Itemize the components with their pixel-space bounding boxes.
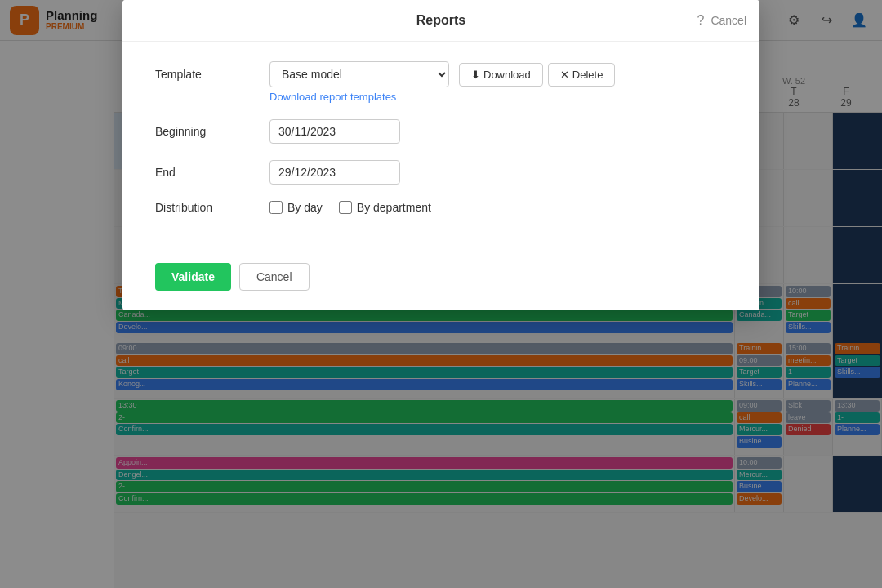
modal-footer: Validate Cancel xyxy=(122,250,760,310)
download-templates-link[interactable]: Download report templates xyxy=(270,91,727,103)
distribution-label: Distribution xyxy=(155,201,270,214)
end-row: End xyxy=(155,160,727,185)
modal-header: Reports ? Cancel xyxy=(122,0,760,42)
by-day-checkbox[interactable] xyxy=(270,201,283,214)
template-row: Template Base model ⬇ Download ✕ Delete xyxy=(155,61,727,87)
by-day-item: By day xyxy=(270,201,323,214)
reports-modal: Reports ? Cancel Template Base model ⬇ D… xyxy=(122,0,760,310)
validate-button[interactable]: Validate xyxy=(155,263,231,291)
distribution-options: By day By department xyxy=(270,201,431,214)
modal-title: Reports xyxy=(139,13,743,28)
cancel-button[interactable]: Cancel xyxy=(239,263,310,291)
beginning-row: Beginning xyxy=(155,119,727,144)
modal-body: Template Base model ⬇ Download ✕ Delete … xyxy=(122,42,760,250)
end-label: End xyxy=(155,166,270,179)
beginning-label: Beginning xyxy=(155,125,270,138)
by-department-item: By department xyxy=(339,201,431,214)
help-icon[interactable]: ? xyxy=(697,13,705,28)
template-select[interactable]: Base model xyxy=(270,61,449,87)
download-icon: ⬇ xyxy=(471,69,480,81)
modal-header-actions: ? Cancel xyxy=(697,13,747,28)
delete-icon: ✕ xyxy=(560,69,569,81)
by-department-checkbox[interactable] xyxy=(339,201,352,214)
by-day-label: By day xyxy=(287,201,323,214)
modal-overlay: Reports ? Cancel Template Base model ⬇ D… xyxy=(0,0,882,588)
modal-cancel-link[interactable]: Cancel xyxy=(710,14,746,27)
beginning-input[interactable] xyxy=(270,119,400,144)
delete-button[interactable]: ✕ Delete xyxy=(548,63,616,87)
template-actions: ⬇ Download ✕ Delete xyxy=(459,63,615,87)
download-button[interactable]: ⬇ Download xyxy=(459,63,543,87)
by-department-label: By department xyxy=(357,201,431,214)
distribution-row: Distribution By day By department xyxy=(155,201,727,214)
template-label: Template xyxy=(155,68,270,81)
end-input[interactable] xyxy=(270,160,400,185)
